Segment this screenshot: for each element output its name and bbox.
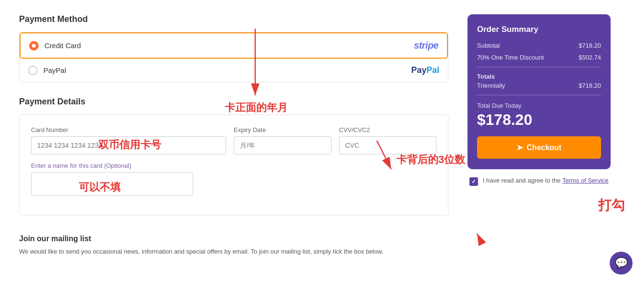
terms-text: I have read and agree to the Terms of Se… — [483, 177, 609, 184]
card-form-row-1: Card Number Expiry Date CVV/CVC2 — [31, 126, 436, 154]
checkout-button[interactable]: ➤ Checkout — [477, 136, 601, 159]
paypal-logo: PayPal — [411, 65, 439, 75]
card-number-label: Card Number — [31, 126, 226, 133]
expiry-input[interactable] — [234, 136, 332, 154]
subtotal-label: Subtotal — [477, 42, 500, 49]
expiry-group: Expiry Date — [234, 126, 332, 154]
terms-row: I have read and agree to the Terms of Se… — [467, 177, 611, 186]
discount-row: 70% One Time Discount $502.74 — [477, 54, 601, 61]
triennially-row: Triennially $718.20 — [477, 82, 601, 89]
checkout-label: Checkout — [527, 143, 561, 152]
subtotal-row: Subtotal $718.20 — [477, 42, 601, 49]
discount-label: 70% One Time Discount — [477, 54, 544, 61]
checkout-arrow-icon: ➤ — [517, 143, 523, 152]
card-name-label: Enter a name for this card (Optional) — [31, 162, 193, 169]
card-name-group: Enter a name for this card (Optional) — [31, 162, 193, 196]
payment-method-title: Payment Method — [19, 14, 448, 24]
radio-paypal[interactable] — [28, 66, 38, 75]
cvv-input[interactable] — [339, 136, 437, 154]
triennially-value: $718.20 — [579, 82, 601, 89]
card-name-input[interactable] — [31, 172, 193, 196]
paypal-label: PayPal — [43, 66, 411, 74]
terms-of-service-link[interactable]: Terms of Service — [562, 177, 609, 184]
payment-option-credit-card[interactable]: Credit Card stripe — [20, 32, 448, 59]
terms-checkbox[interactable] — [469, 177, 478, 186]
payment-details-title: Payment Details — [19, 97, 448, 107]
payment-details-box: 双币信用卡号 卡正面的年月 Card Number Expiry Date — [19, 114, 448, 215]
sidebar: Order Summary Subtotal $718.20 70% One T… — [467, 14, 611, 272]
mailing-title: Join our mailing list — [19, 235, 448, 243]
card-number-input[interactable] — [31, 136, 226, 154]
subtotal-value: $718.20 — [579, 42, 601, 49]
chat-bubble[interactable]: 💬 — [610, 252, 633, 275]
annotation-checkbox: 打勾 — [598, 198, 625, 213]
mailing-section: Join our mailing list We would like to s… — [19, 230, 448, 256]
card-form-row-2: Enter a name for this card (Optional) 可以… — [31, 162, 436, 196]
total-due-amount: $178.20 — [477, 111, 601, 129]
order-summary-card: Order Summary Subtotal $718.20 70% One T… — [467, 14, 611, 169]
radio-credit-card[interactable] — [29, 41, 39, 51]
payment-methods-container: Credit Card stripe PayPal PayPal — [19, 32, 448, 82]
summary-divider-2 — [477, 95, 601, 95]
discount-value: $502.74 — [579, 54, 601, 61]
expiry-label: Expiry Date — [234, 126, 332, 133]
order-summary-title: Order Summary — [477, 25, 601, 34]
chat-icon: 💬 — [615, 257, 628, 269]
stripe-logo: stripe — [414, 40, 438, 51]
total-due-label: Total Due Today — [477, 102, 601, 109]
summary-divider — [477, 67, 601, 67]
credit-card-label: Credit Card — [44, 41, 414, 50]
card-number-group: Card Number — [31, 126, 226, 154]
mailing-text: We would like to send you occasional new… — [19, 247, 448, 256]
totals-label: Totals — [477, 73, 601, 80]
annotation-cvv: 卡背后的3位数 — [396, 153, 465, 167]
cvv-group: CVV/CVC2 — [339, 126, 437, 154]
triennially-label: Triennially — [477, 82, 505, 89]
cvv-label: CVV/CVC2 — [339, 126, 437, 133]
payment-option-paypal[interactable]: PayPal PayPal — [20, 59, 448, 82]
